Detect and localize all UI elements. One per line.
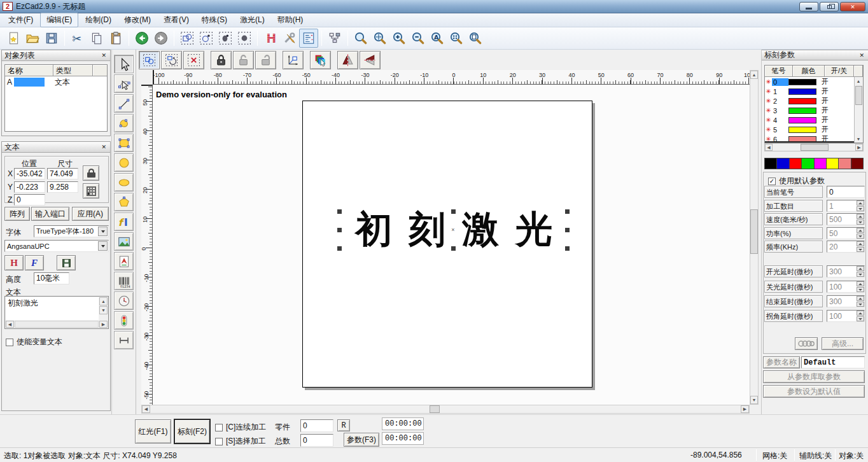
vscroll-thumb[interactable]: [750, 209, 758, 254]
spinner[interactable]: [857, 296, 864, 307]
spinner[interactable]: [857, 228, 864, 239]
pen-row-0[interactable]: ✳0开: [765, 77, 854, 87]
menu-item-5[interactable]: 查看(V): [158, 13, 195, 27]
grid-status[interactable]: 网格:关: [762, 451, 787, 461]
pen-table-vscrollbar[interactable]: ▲ ▼: [854, 77, 863, 143]
transform-size-button[interactable]: [139, 51, 160, 69]
canvas-vscrollbar[interactable]: ▲ ▼: [750, 70, 759, 405]
selection-handle[interactable]: [337, 228, 342, 232]
color-swatch[interactable]: [839, 158, 851, 169]
param-name-button[interactable]: 参数名称: [763, 356, 800, 368]
draw-tool-line-button[interactable]: [114, 94, 134, 113]
close-icon[interactable]: ✕: [100, 52, 108, 59]
draw-tool-node-edit-button[interactable]: [114, 74, 134, 93]
hscroll-thumb[interactable]: [430, 405, 440, 413]
draw-tool-clock-button[interactable]: [114, 291, 134, 310]
objects-status[interactable]: 对象:关: [839, 451, 864, 461]
use-default-checkbox[interactable]: ✓: [768, 178, 776, 185]
pen-row-3[interactable]: ✳3开: [765, 106, 854, 115]
draw-tool-ellipse-button[interactable]: [114, 173, 134, 192]
load-params-button[interactable]: 从参数库取参数: [763, 370, 865, 383]
text-hscrollbar[interactable]: [15, 321, 99, 328]
spinner[interactable]: [857, 266, 864, 277]
selection-handle[interactable]: [337, 246, 342, 251]
spinner[interactable]: [857, 214, 864, 225]
close-icon[interactable]: ✕: [100, 144, 108, 150]
enable-variable-row[interactable]: 使能变量文本: [6, 337, 62, 347]
color-swatch[interactable]: [777, 158, 789, 169]
zoom-out-button[interactable]: [409, 29, 428, 48]
scroll-left-icon[interactable]: ◀: [142, 405, 150, 413]
enable-variable-checkbox[interactable]: [6, 339, 13, 346]
draw-tool-bitmap-button[interactable]: [114, 232, 134, 251]
total-count-field[interactable]: 0: [300, 434, 333, 447]
column-header-name[interactable]: 名称: [5, 65, 53, 76]
chevron-down-icon[interactable]: [98, 227, 108, 236]
scroll-right-icon[interactable]: ▶: [855, 144, 863, 151]
drawing-viewport[interactable]: Demo version-only for evaluation 初刻激光 ×: [153, 85, 750, 405]
pen-table-hscrollbar[interactable]: ◀ ▶: [764, 143, 864, 151]
mirror-horizontal-button[interactable]: [337, 51, 358, 69]
draw-tool-select-button[interactable]: [114, 55, 134, 73]
menu-item-3[interactable]: 绘制(D): [80, 13, 117, 27]
height-field[interactable]: 10毫米: [34, 272, 69, 284]
unlock-all-button[interactable]: [255, 51, 276, 69]
y-size-field[interactable]: 9.258: [47, 181, 78, 193]
draw-tool-text-button[interactable]: fI: [114, 213, 134, 231]
menu-item-2[interactable]: 编辑(E): [40, 13, 78, 27]
paste-button[interactable]: [106, 29, 125, 48]
param-f3-button[interactable]: 参数(F3): [344, 433, 379, 447]
selection-handle[interactable]: [565, 209, 570, 214]
draw-tool-vector-file-button[interactable]: [114, 252, 134, 270]
mirror-vertical-button[interactable]: [360, 51, 381, 69]
lock-button[interactable]: [211, 51, 232, 69]
color-swatch[interactable]: [802, 158, 814, 169]
scroll-up-icon[interactable]: ▲: [855, 77, 862, 85]
selection-handle[interactable]: [565, 246, 570, 251]
set-default-button[interactable]: 参数设为默认值: [763, 385, 865, 398]
reset-count-button[interactable]: R: [337, 419, 350, 431]
draw-tool-delay-button[interactable]: [114, 331, 134, 349]
object-list-toggle-button[interactable]: [299, 29, 318, 48]
close-button[interactable]: ✕: [840, 2, 865, 11]
pen-row-4[interactable]: ✳4开: [765, 115, 854, 125]
undo-button[interactable]: [132, 29, 151, 48]
redo-button[interactable]: [151, 29, 171, 48]
scroll-right-icon[interactable]: ▶: [99, 321, 108, 328]
pen-row-1[interactable]: ✳1开: [765, 87, 854, 96]
font-name-dropdown[interactable]: AngsanaUPC: [4, 240, 109, 252]
node-add-button[interactable]: [197, 29, 216, 48]
scroll-down-icon[interactable]: ▼: [855, 135, 862, 143]
node-select-button[interactable]: [178, 29, 197, 48]
chevron-down-icon[interactable]: [98, 241, 108, 251]
text-content-value[interactable]: 初刻激光: [6, 297, 99, 320]
param-name-field[interactable]: Default: [801, 356, 865, 368]
use-default-row[interactable]: ✓ 使用默认参数: [768, 176, 825, 186]
continuous-mark-row[interactable]: [C]连续加工: [215, 422, 266, 433]
draw-tool-circle-button[interactable]: [114, 153, 134, 172]
menu-item-7[interactable]: 激光(L): [234, 13, 270, 27]
node-delete-button[interactable]: [216, 29, 235, 48]
restore-button[interactable]: [820, 2, 839, 11]
column-header-type[interactable]: 类型: [53, 65, 93, 76]
advanced-button[interactable]: 高级...: [822, 337, 864, 350]
color-swatch[interactable]: [790, 158, 802, 169]
draw-tool-polygon-button[interactable]: [114, 193, 134, 211]
canvas-hscrollbar[interactable]: ◀ ▶: [141, 405, 750, 414]
scroll-right-icon[interactable]: ▶: [741, 405, 749, 413]
color-swatch[interactable]: [815, 158, 827, 169]
draw-tool-input-output-button[interactable]: [114, 311, 134, 330]
lock-aspect-button[interactable]: [83, 165, 99, 181]
rings-button[interactable]: [795, 337, 818, 350]
save-font-button[interactable]: [57, 255, 76, 270]
draw-tool-curve-button[interactable]: [114, 114, 134, 132]
menu-item-1[interactable]: 文件(F): [3, 13, 39, 27]
array-button[interactable]: 阵列: [4, 207, 30, 221]
red-light-button[interactable]: 红光(F1): [135, 419, 171, 444]
text-content-area[interactable]: 初刻激光 ▲ ▼ ◀ ▶: [4, 296, 109, 329]
pen-row-2[interactable]: ✳2开: [765, 96, 854, 106]
zoom-objects-button[interactable]: [447, 29, 466, 48]
input-port-button[interactable]: 输入端口: [31, 207, 69, 221]
part-count-field[interactable]: 0: [300, 419, 333, 432]
select-mark-checkbox[interactable]: [215, 438, 223, 445]
